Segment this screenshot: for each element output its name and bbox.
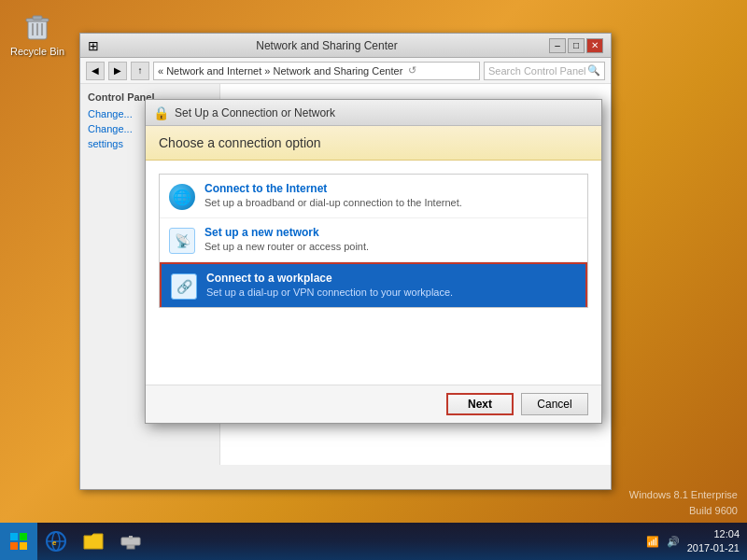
option-internet-title: Connect to the Internet xyxy=(204,182,578,195)
option-internet-desc: Set up a broadband or dial-up connection… xyxy=(204,197,578,208)
dialog-header: Choose a connection option xyxy=(146,126,601,161)
network-icon: 📡 xyxy=(169,228,195,254)
option-network-title: Set up a new network xyxy=(204,226,578,239)
svg-rect-16 xyxy=(129,536,133,539)
internet-icon: 🌐 xyxy=(169,184,195,210)
taskbar-ie-button[interactable]: e xyxy=(37,523,75,560)
option-connect-internet[interactable]: 🌐 Connect to the Internet Set up a broad… xyxy=(160,175,587,218)
cancel-button[interactable]: Cancel xyxy=(521,393,588,415)
clock-date: 2017-01-21 xyxy=(687,541,740,555)
option-workplace-title: Connect to a workplace xyxy=(206,272,576,285)
clock-time: 12:04 xyxy=(687,527,740,541)
dialog-body: 🌐 Connect to the Internet Set up a broad… xyxy=(146,161,601,385)
volume-icon[interactable]: 🔊 xyxy=(667,536,680,548)
taskbar-network-button[interactable] xyxy=(112,523,149,560)
dialog-footer: Next Cancel xyxy=(146,385,601,423)
vpn-icon: 🔗 xyxy=(171,273,197,300)
option-network-text: Set up a new network Set up a new router… xyxy=(204,226,578,252)
svg-rect-9 xyxy=(20,542,27,550)
next-button[interactable]: Next xyxy=(446,393,514,415)
option-new-network[interactable]: 📡 Set up a new network Set up a new rout… xyxy=(160,218,587,262)
taskbar-right: 📶 🔊 12:04 2017-01-21 xyxy=(639,527,747,556)
dialog-overlay: 🔒 Set Up a Connection or Network Choose … xyxy=(0,0,747,523)
dialog-titlebar: 🔒 Set Up a Connection or Network xyxy=(146,100,601,126)
taskbar-items: e xyxy=(37,523,639,560)
network-status-icon: 📶 xyxy=(646,536,659,548)
svg-text:e: e xyxy=(52,539,57,547)
setup-connection-dialog: 🔒 Set Up a Connection or Network Choose … xyxy=(145,99,602,424)
dialog-header-title: Choose a connection option xyxy=(159,135,588,150)
connection-options-list: 🌐 Connect to the Internet Set up a broad… xyxy=(159,174,588,308)
dialog-title-icon: 🔒 xyxy=(153,105,169,120)
dialog-title-text: Set Up a Connection or Network xyxy=(175,106,335,119)
option-workplace-text: Connect to a workplace Set up a dial-up … xyxy=(206,272,576,298)
svg-rect-8 xyxy=(10,542,18,550)
option-workplace[interactable]: 🔗 Connect to a workplace Set up a dial-u… xyxy=(160,262,587,307)
start-button[interactable] xyxy=(0,523,37,560)
option-workplace-desc: Set up a dial-up or VPN connection to yo… xyxy=(206,287,576,298)
option-internet-text: Connect to the Internet Set up a broadba… xyxy=(204,182,578,208)
svg-rect-6 xyxy=(10,533,18,540)
taskbar-clock: 12:04 2017-01-21 xyxy=(687,527,740,556)
taskbar: e 📶 🔊 12:04 2017-01-21 xyxy=(0,523,747,560)
option-network-desc: Set up a new router or access point. xyxy=(204,241,578,252)
taskbar-folder-button[interactable] xyxy=(75,523,112,560)
svg-rect-7 xyxy=(20,533,27,540)
